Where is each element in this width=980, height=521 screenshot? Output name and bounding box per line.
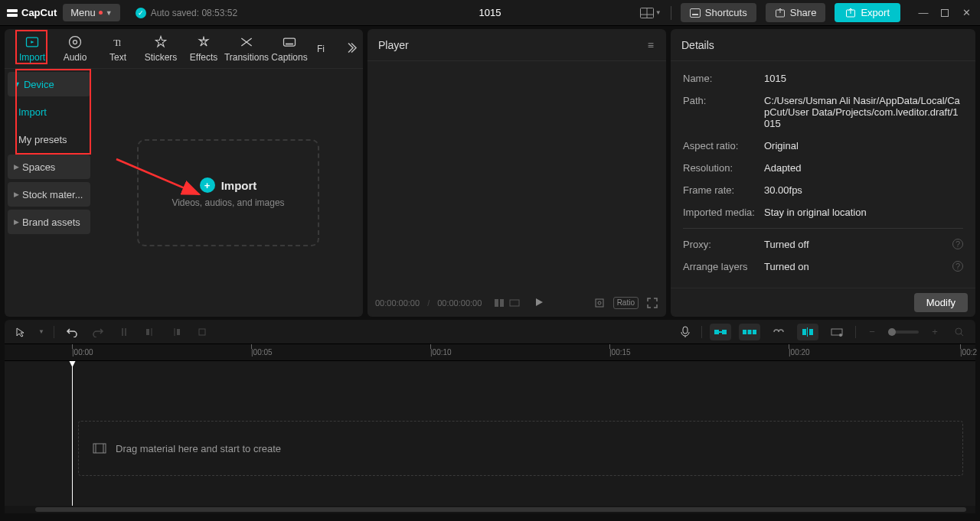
shortcuts-button[interactable]: Shortcuts bbox=[681, 3, 756, 22]
export-icon bbox=[845, 8, 856, 18]
tab-text[interactable]: TI Text bbox=[96, 29, 139, 68]
app-logo: CapCut bbox=[6, 7, 57, 19]
tab-import[interactable]: Import bbox=[11, 29, 54, 68]
detail-row-imported: Imported media:Stay in original location bbox=[683, 201, 963, 223]
detail-row-proxy: Proxy:Turned off? bbox=[683, 233, 963, 256]
menu-button[interactable]: Menu ▼ bbox=[63, 4, 119, 21]
tab-transitions[interactable]: Transitions bbox=[225, 29, 268, 68]
sidebar-group-stock[interactable]: ▶ Stock mater... bbox=[8, 182, 90, 207]
crop-tool[interactable] bbox=[194, 324, 211, 340]
scale-icon[interactable] bbox=[593, 297, 606, 309]
stickers-icon bbox=[153, 34, 168, 50]
tab-captions[interactable]: Captions bbox=[268, 29, 311, 68]
import-media-icon bbox=[24, 34, 40, 50]
delete-right-tool[interactable] bbox=[168, 324, 185, 340]
detail-row-arrange: Arrange layersTurned on? bbox=[683, 256, 963, 278]
tab-audio[interactable]: Audio bbox=[54, 29, 96, 68]
chevron-right-icon: ▶ bbox=[14, 218, 19, 226]
player-menu-button[interactable]: ≡ bbox=[648, 39, 655, 51]
svg-rect-9 bbox=[942, 9, 949, 16]
magnet-all-toggle[interactable] bbox=[739, 324, 760, 340]
svg-rect-18 bbox=[500, 299, 504, 307]
share-icon bbox=[775, 8, 786, 18]
transitions-icon bbox=[239, 34, 254, 50]
svg-rect-15 bbox=[284, 38, 296, 46]
playhead[interactable] bbox=[72, 361, 73, 506]
layout-button[interactable]: ▼ bbox=[640, 5, 662, 21]
sidebar-item-mypresets[interactable]: My presets bbox=[8, 127, 90, 151]
details-panel: Details Name:1015 Path:C:/Users/Usman Al… bbox=[671, 29, 975, 317]
autosave-status: ✓ Auto saved: 08:53:52 bbox=[136, 8, 237, 18]
detail-row-aspect: Aspect ratio:Original bbox=[683, 135, 963, 157]
current-time: 00:00:00:00 bbox=[375, 298, 420, 308]
tab-filters[interactable]: Fi bbox=[311, 29, 331, 68]
import-dropzone[interactable]: + Import Videos, audios, and images bbox=[137, 139, 319, 246]
help-icon[interactable]: ? bbox=[952, 261, 963, 272]
svg-point-36 bbox=[839, 334, 842, 337]
details-header: Details bbox=[671, 29, 975, 61]
minimize-button[interactable]: — bbox=[916, 5, 931, 21]
sidebar-group-device[interactable]: ▼ Device bbox=[8, 72, 90, 96]
zoom-fit-button[interactable] bbox=[951, 324, 968, 340]
modify-button[interactable]: Modify bbox=[914, 293, 968, 312]
maximize-button[interactable] bbox=[937, 5, 952, 21]
audio-icon bbox=[67, 34, 83, 50]
sidebar-group-spaces[interactable]: ▶ Spaces bbox=[8, 155, 90, 179]
quality-icon[interactable] bbox=[509, 298, 520, 308]
tab-effects[interactable]: Effects bbox=[182, 29, 225, 68]
export-button[interactable]: Export bbox=[835, 3, 900, 22]
player-controls: 00:00:00:00 / 00:00:00:00 Ratio bbox=[368, 289, 666, 317]
chevron-down-icon: ▼ bbox=[106, 9, 113, 17]
svg-rect-6 bbox=[692, 14, 698, 15]
timeline-drop-hint[interactable]: Drag material here and start to create bbox=[78, 421, 963, 476]
magnet-main-toggle[interactable] bbox=[710, 324, 731, 340]
check-icon: ✓ bbox=[136, 8, 146, 18]
total-time: 00:00:00:00 bbox=[437, 298, 482, 308]
timeline-tracks[interactable]: Drag material here and start to create bbox=[5, 361, 975, 506]
ratio-button[interactable]: Ratio bbox=[613, 297, 639, 309]
close-button[interactable]: ✕ bbox=[959, 5, 974, 21]
record-audio-button[interactable] bbox=[677, 324, 694, 340]
preview-axis-toggle[interactable] bbox=[826, 324, 848, 340]
link-toggle[interactable] bbox=[768, 324, 789, 340]
timeline-panel: ▼ − + |00:00 |00: bbox=[5, 320, 975, 513]
sidebar-item-import[interactable]: Import bbox=[8, 99, 90, 124]
svg-rect-27 bbox=[722, 330, 727, 334]
svg-rect-25 bbox=[683, 327, 688, 334]
tab-stickers[interactable]: Stickers bbox=[139, 29, 182, 68]
svg-rect-20 bbox=[596, 299, 603, 307]
timeline-scrollbar[interactable] bbox=[5, 506, 975, 513]
chevron-down-icon: ▼ bbox=[14, 80, 21, 88]
delete-left-tool[interactable] bbox=[142, 324, 158, 340]
plus-icon: + bbox=[200, 177, 215, 193]
share-button[interactable]: Share bbox=[766, 3, 826, 22]
undo-button[interactable] bbox=[64, 324, 80, 340]
zoom-slider[interactable] bbox=[888, 331, 919, 334]
svg-rect-17 bbox=[495, 299, 498, 307]
detail-row-resolution: Resolution:Adapted bbox=[683, 157, 963, 179]
play-button[interactable] bbox=[534, 297, 544, 309]
tabs-scroll-right[interactable] bbox=[345, 41, 358, 57]
sidebar-group-brand[interactable]: ▶ Brand assets bbox=[8, 210, 90, 234]
effects-icon bbox=[196, 34, 211, 50]
redo-button[interactable] bbox=[90, 324, 106, 340]
selection-tool[interactable] bbox=[12, 324, 29, 340]
compare-icon[interactable] bbox=[494, 298, 505, 308]
zoom-in-button[interactable]: + bbox=[926, 324, 943, 340]
import-subtitle: Videos, audios, and images bbox=[172, 197, 284, 208]
notification-dot-icon bbox=[99, 11, 103, 15]
help-icon[interactable]: ? bbox=[952, 239, 963, 249]
chevron-down-icon[interactable]: ▼ bbox=[38, 328, 44, 335]
svg-rect-30 bbox=[748, 330, 752, 334]
media-panel: Import Audio TI Text Stickers Effects Tr… bbox=[5, 29, 363, 317]
svg-rect-0 bbox=[7, 9, 18, 12]
chevron-right-icon: ▶ bbox=[14, 163, 19, 171]
snap-toggle[interactable] bbox=[797, 324, 818, 340]
zoom-out-button[interactable]: − bbox=[864, 324, 880, 340]
scrollbar-thumb[interactable] bbox=[35, 507, 966, 512]
svg-rect-23 bbox=[177, 329, 180, 335]
player-viewport[interactable]: 00:00:00:00 / 00:00:00:00 Ratio bbox=[368, 61, 666, 317]
fullscreen-icon[interactable] bbox=[646, 297, 658, 309]
timeline-ruler[interactable]: |00:00 |00:05 |00:10 |00:15 |00:20 |00:2 bbox=[5, 344, 975, 361]
split-tool[interactable] bbox=[116, 324, 132, 340]
